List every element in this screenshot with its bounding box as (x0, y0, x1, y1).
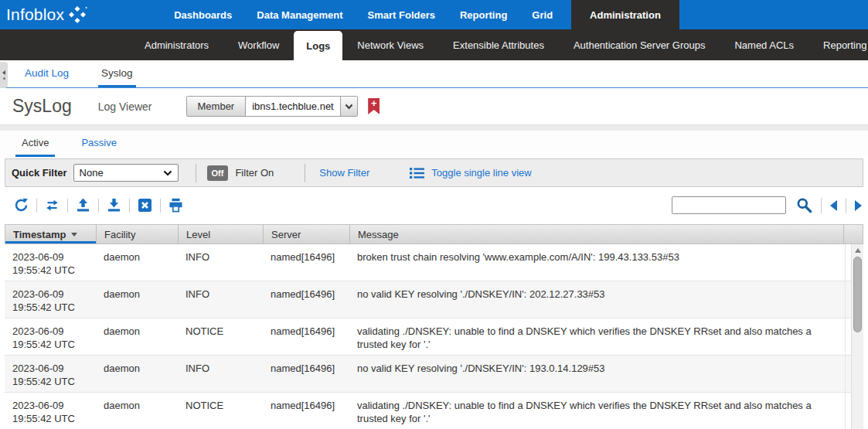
export-csv-button[interactable] (138, 198, 152, 213)
cell-timestamp: 2023-06-09 19:55:42 UTC (5, 399, 96, 429)
column-header-level[interactable]: Level (179, 225, 264, 243)
log-table-body: 2023-06-09 19:55:42 UTC daemon INFO name… (5, 244, 863, 429)
subnav-authentication-server-groups[interactable]: Authentication Server Groups (559, 29, 720, 60)
restart-services-icon (45, 198, 60, 213)
filter-on-toggle[interactable]: Off (207, 165, 229, 181)
divider (305, 164, 305, 182)
print-button[interactable] (168, 198, 183, 213)
active-passive-tabs: Active Passive (0, 125, 868, 157)
refresh-button[interactable] (14, 198, 29, 213)
search-go-button[interactable] (796, 197, 812, 213)
scroll-up-icon[interactable] (855, 248, 861, 253)
subnav-workflow[interactable]: Workflow (223, 29, 294, 60)
previous-page-button[interactable] (830, 200, 837, 211)
log-table-row[interactable]: 2023-06-09 19:55:42 UTC daemon INFO name… (5, 244, 863, 281)
nav-dashboards[interactable]: Dashboards (162, 0, 244, 29)
member-dropdown-button[interactable] (340, 97, 357, 116)
infoblox-app-window: Infoblox Dashboards Data Management Smar… (0, 0, 868, 429)
cell-timestamp: 2023-06-09 19:55:42 UTC (5, 288, 96, 318)
upload-button[interactable] (76, 198, 90, 213)
cell-server: named[16496] (263, 250, 349, 281)
cell-level: INFO (178, 362, 263, 392)
member-label: Member (187, 97, 247, 116)
subnav-administrators[interactable]: Administrators (130, 29, 223, 60)
subnav-network-views[interactable]: Network Views (342, 29, 438, 60)
next-page-button[interactable] (855, 200, 862, 211)
administration-subnav: Administrators Workflow Logs Network Vie… (0, 29, 868, 60)
download-icon (107, 198, 121, 213)
syslog-table: Timestamp Facility Level Server Message (5, 224, 863, 429)
cell-message: validating ./DNSKEY: unable to find a DN… (349, 399, 863, 429)
refresh-icon (14, 198, 29, 213)
bookmark-add-icon[interactable]: + (368, 98, 380, 114)
syslog-page: Audit Log Syslog SysLog Log Viewer Membe… (0, 60, 868, 429)
log-table-row[interactable]: 2023-06-09 19:55:42 UTC daemon NOTICE na… (5, 393, 863, 429)
subnav-named-acls[interactable]: Named ACLs (720, 29, 808, 60)
subnav-logs[interactable]: Logs (294, 31, 342, 60)
collapse-arrow-icon (2, 70, 5, 75)
column-label: Level (186, 229, 210, 240)
divider (196, 164, 196, 182)
cell-server: named[16496] (263, 362, 349, 392)
column-header-timestamp[interactable]: Timestamp (5, 225, 97, 243)
divider (67, 199, 68, 213)
cell-message: no valid KEY resolving './DNSKEY/IN': 19… (349, 362, 863, 392)
top-nav-items: Dashboards Data Management Smart Folders… (162, 0, 679, 29)
subnav-reporting[interactable]: Reporting (808, 29, 868, 60)
cell-server: named[16496] (263, 325, 349, 355)
column-label: Timestamp (13, 229, 66, 240)
column-header-facility[interactable]: Facility (97, 225, 179, 243)
sort-desc-icon (71, 233, 77, 237)
sidebar-collapse-handle[interactable] (0, 62, 8, 88)
upload-icon (76, 198, 90, 213)
tab-passive[interactable]: Passive (75, 131, 123, 157)
column-label: Facility (104, 229, 135, 240)
nav-data-management[interactable]: Data Management (244, 0, 355, 29)
log-table-row[interactable]: 2023-06-09 19:55:42 UTC daemon NOTICE na… (5, 318, 863, 356)
cell-facility: daemon (96, 325, 178, 355)
tab-audit-log[interactable]: Audit Log (22, 60, 72, 87)
cell-message: broken trust chain resolving 'www.exampl… (349, 250, 863, 281)
table-scrollbar[interactable] (851, 244, 863, 429)
nav-administration[interactable]: Administration (571, 0, 679, 29)
table-header: Timestamp Facility Level Server Message (5, 224, 863, 244)
log-type-tabs: Audit Log Syslog (0, 60, 868, 88)
cell-timestamp: 2023-06-09 19:55:42 UTC (5, 362, 96, 392)
cell-level: INFO (178, 288, 263, 318)
divider (821, 198, 822, 213)
tab-active[interactable]: Active (15, 131, 55, 157)
member-select-value[interactable]: ibns1.techblue.net (246, 97, 340, 116)
top-navbar: Infoblox Dashboards Data Management Smar… (0, 0, 868, 29)
restart-services-button[interactable] (45, 198, 60, 213)
divider (98, 199, 99, 213)
toggle-single-line-view[interactable]: Toggle single line view (410, 167, 531, 179)
cell-level: NOTICE (178, 325, 263, 355)
column-header-message[interactable]: Message (350, 225, 844, 243)
cell-facility: daemon (96, 250, 178, 281)
subnav-extensible-attributes[interactable]: Extensible Attributes (438, 29, 559, 60)
nav-grid[interactable]: Grid (519, 0, 565, 29)
divider (160, 199, 161, 213)
cell-level: INFO (178, 250, 263, 281)
clear-x-icon (138, 198, 152, 213)
log-table-row[interactable]: 2023-06-09 19:55:42 UTC daemon INFO name… (5, 356, 863, 393)
search-icon (796, 197, 812, 213)
collapse-grip-dot (3, 77, 5, 80)
log-table-row[interactable]: 2023-06-09 19:55:42 UTC daemon INFO name… (5, 281, 863, 318)
tab-syslog[interactable]: Syslog (98, 60, 136, 87)
cell-server: named[16496] (263, 288, 349, 318)
infoblox-logo-text: Infoblox (6, 5, 64, 24)
quick-filter-select[interactable]: None (73, 164, 179, 182)
nav-reporting[interactable]: Reporting (448, 0, 519, 29)
scrollbar-thumb[interactable] (853, 257, 862, 332)
infoblox-logo[interactable]: Infoblox (0, 0, 87, 29)
download-button[interactable] (107, 198, 121, 213)
log-toolbar (0, 187, 868, 223)
show-filter-link[interactable]: Show Filter (319, 167, 369, 179)
column-header-server[interactable]: Server (264, 225, 350, 243)
quick-filter-bar: Quick Filter None Off Filter On Show Fil… (5, 158, 863, 187)
nav-smart-folders[interactable]: Smart Folders (356, 0, 448, 29)
table-search-input[interactable] (672, 196, 786, 214)
toggle-single-line-label: Toggle single line view (431, 167, 531, 179)
cell-message: no valid KEY resolving './DNSKEY/IN': 20… (349, 288, 863, 318)
